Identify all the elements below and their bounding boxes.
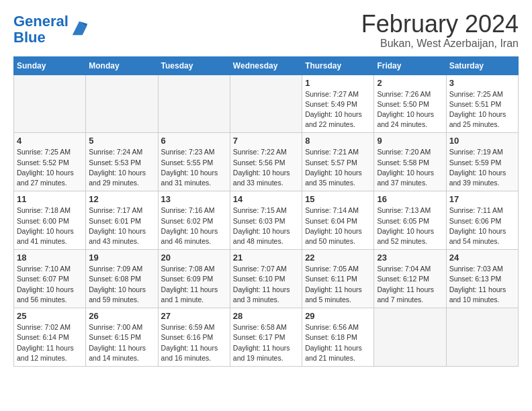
calendar-cell: 7Sunrise: 7:22 AM Sunset: 5:56 PM Daylig… [230, 133, 302, 191]
day-of-week-header: Sunday [14, 56, 86, 75]
calendar-cell: 18Sunrise: 7:10 AM Sunset: 6:07 PM Dayli… [14, 250, 86, 308]
day-number: 24 [449, 253, 515, 263]
day-info: Sunrise: 7:21 AM Sunset: 5:57 PM Dayligh… [305, 147, 371, 188]
calendar-cell: 27Sunrise: 6:59 AM Sunset: 6:16 PM Dayli… [158, 308, 230, 367]
day-number: 26 [89, 311, 154, 321]
calendar-cell: 25Sunrise: 7:02 AM Sunset: 6:14 PM Dayli… [14, 308, 86, 367]
calendar-cell: 15Sunrise: 7:14 AM Sunset: 6:04 PM Dayli… [302, 191, 374, 250]
calendar-week-row: 1Sunrise: 7:27 AM Sunset: 5:49 PM Daylig… [14, 75, 519, 133]
day-number: 4 [17, 136, 83, 146]
calendar-week-row: 4Sunrise: 7:25 AM Sunset: 5:52 PM Daylig… [14, 133, 519, 191]
day-info: Sunrise: 7:24 AM Sunset: 5:53 PM Dayligh… [89, 147, 154, 188]
day-info: Sunrise: 7:15 AM Sunset: 6:03 PM Dayligh… [233, 205, 299, 246]
calendar-cell: 20Sunrise: 7:08 AM Sunset: 6:09 PM Dayli… [158, 250, 230, 308]
day-info: Sunrise: 6:56 AM Sunset: 6:18 PM Dayligh… [305, 322, 371, 363]
calendar-cell [374, 308, 446, 367]
day-info: Sunrise: 7:11 AM Sunset: 6:06 PM Dayligh… [449, 205, 515, 246]
day-of-week-header: Monday [86, 56, 158, 75]
day-info: Sunrise: 7:00 AM Sunset: 6:15 PM Dayligh… [89, 322, 154, 363]
title-block: February 2024 Bukan, West Azerbaijan, Ir… [361, 11, 519, 50]
day-number: 25 [17, 311, 83, 321]
calendar-week-row: 18Sunrise: 7:10 AM Sunset: 6:07 PM Dayli… [14, 250, 519, 308]
calendar-cell [230, 75, 302, 133]
day-number: 21 [233, 253, 299, 263]
day-info: Sunrise: 7:26 AM Sunset: 5:50 PM Dayligh… [377, 89, 443, 130]
day-info: Sunrise: 7:13 AM Sunset: 6:05 PM Dayligh… [377, 205, 443, 246]
calendar-cell [158, 75, 230, 133]
calendar-cell: 10Sunrise: 7:19 AM Sunset: 5:59 PM Dayli… [446, 133, 518, 191]
day-number: 2 [377, 78, 443, 88]
day-info: Sunrise: 7:23 AM Sunset: 5:55 PM Dayligh… [161, 147, 227, 188]
calendar-cell: 24Sunrise: 7:03 AM Sunset: 6:13 PM Dayli… [446, 250, 518, 308]
logo-text: General Blue [13, 13, 69, 46]
calendar-cell [86, 75, 158, 133]
calendar-cell: 16Sunrise: 7:13 AM Sunset: 6:05 PM Dayli… [374, 191, 446, 250]
calendar-cell: 28Sunrise: 6:58 AM Sunset: 6:17 PM Dayli… [230, 308, 302, 367]
page-header: General Blue February 2024 Bukan, West A… [13, 11, 519, 50]
day-info: Sunrise: 6:59 AM Sunset: 6:16 PM Dayligh… [161, 322, 227, 363]
calendar-cell: 14Sunrise: 7:15 AM Sunset: 6:03 PM Dayli… [230, 191, 302, 250]
calendar-cell: 13Sunrise: 7:16 AM Sunset: 6:02 PM Dayli… [158, 191, 230, 250]
day-info: Sunrise: 7:17 AM Sunset: 6:01 PM Dayligh… [89, 205, 154, 246]
calendar-cell [14, 75, 86, 133]
calendar-cell: 4Sunrise: 7:25 AM Sunset: 5:52 PM Daylig… [14, 133, 86, 191]
day-number: 23 [377, 253, 443, 263]
day-number: 27 [161, 311, 227, 321]
day-number: 5 [89, 136, 154, 146]
calendar-cell: 3Sunrise: 7:25 AM Sunset: 5:51 PM Daylig… [446, 75, 518, 133]
calendar-header-row: SundayMondayTuesdayWednesdayThursdayFrid… [14, 56, 519, 75]
day-info: Sunrise: 7:02 AM Sunset: 6:14 PM Dayligh… [17, 322, 83, 363]
calendar-cell: 26Sunrise: 7:00 AM Sunset: 6:15 PM Dayli… [86, 308, 158, 367]
day-of-week-header: Wednesday [230, 56, 302, 75]
day-number: 10 [449, 136, 515, 146]
day-number: 12 [89, 194, 154, 204]
day-number: 8 [305, 136, 371, 146]
day-number: 15 [305, 194, 371, 204]
calendar-week-row: 11Sunrise: 7:18 AM Sunset: 6:00 PM Dayli… [14, 191, 519, 250]
day-info: Sunrise: 7:19 AM Sunset: 5:59 PM Dayligh… [449, 147, 515, 188]
day-number: 11 [17, 194, 83, 204]
day-number: 3 [449, 78, 515, 88]
calendar-cell: 22Sunrise: 7:05 AM Sunset: 6:11 PM Dayli… [302, 250, 374, 308]
calendar-cell: 9Sunrise: 7:20 AM Sunset: 5:58 PM Daylig… [374, 133, 446, 191]
day-number: 17 [449, 194, 515, 204]
day-number: 14 [233, 194, 299, 204]
day-of-week-header: Saturday [446, 56, 518, 75]
calendar-cell: 6Sunrise: 7:23 AM Sunset: 5:55 PM Daylig… [158, 133, 230, 191]
day-number: 28 [233, 311, 299, 321]
day-info: Sunrise: 7:20 AM Sunset: 5:58 PM Dayligh… [377, 147, 443, 188]
day-info: Sunrise: 7:08 AM Sunset: 6:09 PM Dayligh… [161, 264, 227, 305]
day-info: Sunrise: 7:10 AM Sunset: 6:07 PM Dayligh… [17, 264, 83, 305]
calendar-cell: 8Sunrise: 7:21 AM Sunset: 5:57 PM Daylig… [302, 133, 374, 191]
day-number: 29 [305, 311, 371, 321]
calendar-cell: 1Sunrise: 7:27 AM Sunset: 5:49 PM Daylig… [302, 75, 374, 133]
day-of-week-header: Tuesday [158, 56, 230, 75]
calendar-week-row: 25Sunrise: 7:02 AM Sunset: 6:14 PM Dayli… [14, 308, 519, 367]
day-number: 7 [233, 136, 299, 146]
month-title: February 2024 [361, 11, 519, 38]
day-info: Sunrise: 7:25 AM Sunset: 5:52 PM Dayligh… [17, 147, 83, 188]
day-number: 18 [17, 253, 83, 263]
calendar-cell: 19Sunrise: 7:09 AM Sunset: 6:08 PM Dayli… [86, 250, 158, 308]
day-number: 1 [305, 78, 371, 88]
calendar-cell: 21Sunrise: 7:07 AM Sunset: 6:10 PM Dayli… [230, 250, 302, 308]
day-info: Sunrise: 7:04 AM Sunset: 6:12 PM Dayligh… [377, 264, 443, 305]
day-info: Sunrise: 7:16 AM Sunset: 6:02 PM Dayligh… [161, 205, 227, 246]
calendar-table: SundayMondayTuesdayWednesdayThursdayFrid… [13, 56, 519, 367]
day-number: 20 [161, 253, 227, 263]
day-number: 6 [161, 136, 227, 146]
logo-icon [70, 19, 89, 38]
calendar-cell: 2Sunrise: 7:26 AM Sunset: 5:50 PM Daylig… [374, 75, 446, 133]
calendar-cell: 11Sunrise: 7:18 AM Sunset: 6:00 PM Dayli… [14, 191, 86, 250]
day-info: Sunrise: 7:18 AM Sunset: 6:00 PM Dayligh… [17, 205, 83, 246]
day-number: 19 [89, 253, 154, 263]
day-info: Sunrise: 6:58 AM Sunset: 6:17 PM Dayligh… [233, 322, 299, 363]
logo-blue: Blue [13, 29, 46, 46]
day-number: 9 [377, 136, 443, 146]
day-info: Sunrise: 7:03 AM Sunset: 6:13 PM Dayligh… [449, 264, 515, 305]
day-info: Sunrise: 7:22 AM Sunset: 5:56 PM Dayligh… [233, 147, 299, 188]
calendar-cell: 12Sunrise: 7:17 AM Sunset: 6:01 PM Dayli… [86, 191, 158, 250]
calendar-cell: 5Sunrise: 7:24 AM Sunset: 5:53 PM Daylig… [86, 133, 158, 191]
day-of-week-header: Thursday [302, 56, 374, 75]
day-info: Sunrise: 7:25 AM Sunset: 5:51 PM Dayligh… [449, 89, 515, 130]
